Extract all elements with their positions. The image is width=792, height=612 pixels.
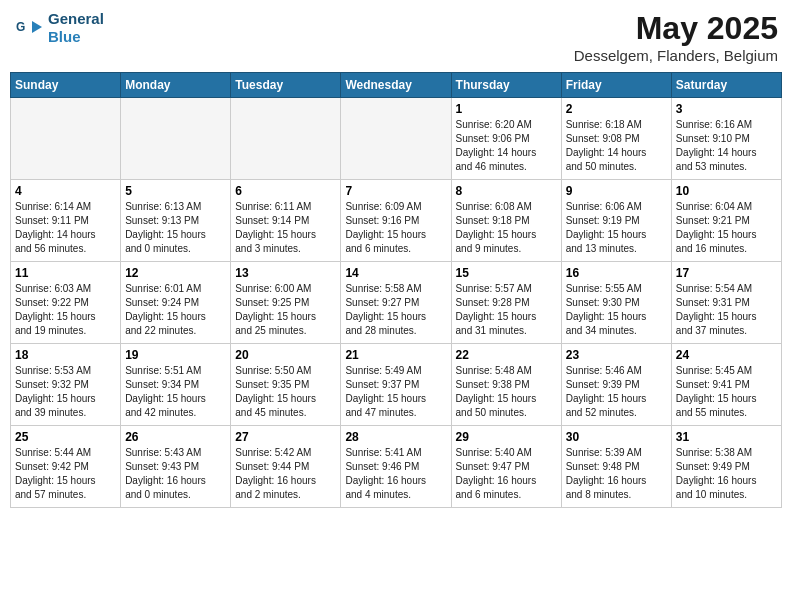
day-info: Sunrise: 6:13 AM Sunset: 9:13 PM Dayligh… [125, 200, 226, 256]
day-info: Sunrise: 6:16 AM Sunset: 9:10 PM Dayligh… [676, 118, 777, 174]
week-row-2: 4Sunrise: 6:14 AM Sunset: 9:11 PM Daylig… [11, 180, 782, 262]
day-info: Sunrise: 5:42 AM Sunset: 9:44 PM Dayligh… [235, 446, 336, 502]
calendar-table: SundayMondayTuesdayWednesdayThursdayFrid… [10, 72, 782, 508]
day-info: Sunrise: 6:18 AM Sunset: 9:08 PM Dayligh… [566, 118, 667, 174]
day-number: 8 [456, 184, 557, 198]
day-info: Sunrise: 5:46 AM Sunset: 9:39 PM Dayligh… [566, 364, 667, 420]
calendar-cell: 4Sunrise: 6:14 AM Sunset: 9:11 PM Daylig… [11, 180, 121, 262]
day-number: 7 [345, 184, 446, 198]
day-info: Sunrise: 6:20 AM Sunset: 9:06 PM Dayligh… [456, 118, 557, 174]
calendar-cell [121, 98, 231, 180]
day-number: 27 [235, 430, 336, 444]
day-number: 4 [15, 184, 116, 198]
day-info: Sunrise: 6:00 AM Sunset: 9:25 PM Dayligh… [235, 282, 336, 338]
day-info: Sunrise: 6:03 AM Sunset: 9:22 PM Dayligh… [15, 282, 116, 338]
calendar-cell: 11Sunrise: 6:03 AM Sunset: 9:22 PM Dayli… [11, 262, 121, 344]
calendar-cell: 1Sunrise: 6:20 AM Sunset: 9:06 PM Daylig… [451, 98, 561, 180]
day-info: Sunrise: 5:50 AM Sunset: 9:35 PM Dayligh… [235, 364, 336, 420]
weekday-header-sunday: Sunday [11, 73, 121, 98]
day-number: 24 [676, 348, 777, 362]
calendar-cell [341, 98, 451, 180]
day-info: Sunrise: 5:39 AM Sunset: 9:48 PM Dayligh… [566, 446, 667, 502]
day-info: Sunrise: 5:44 AM Sunset: 9:42 PM Dayligh… [15, 446, 116, 502]
weekday-header-friday: Friday [561, 73, 671, 98]
day-number: 9 [566, 184, 667, 198]
day-info: Sunrise: 5:43 AM Sunset: 9:43 PM Dayligh… [125, 446, 226, 502]
day-info: Sunrise: 5:40 AM Sunset: 9:47 PM Dayligh… [456, 446, 557, 502]
calendar-cell: 2Sunrise: 6:18 AM Sunset: 9:08 PM Daylig… [561, 98, 671, 180]
calendar-cell: 30Sunrise: 5:39 AM Sunset: 9:48 PM Dayli… [561, 426, 671, 508]
calendar-cell: 3Sunrise: 6:16 AM Sunset: 9:10 PM Daylig… [671, 98, 781, 180]
day-info: Sunrise: 5:48 AM Sunset: 9:38 PM Dayligh… [456, 364, 557, 420]
weekday-header-wednesday: Wednesday [341, 73, 451, 98]
day-number: 22 [456, 348, 557, 362]
logo-icon: G [14, 13, 44, 43]
day-number: 23 [566, 348, 667, 362]
day-info: Sunrise: 5:53 AM Sunset: 9:32 PM Dayligh… [15, 364, 116, 420]
day-number: 17 [676, 266, 777, 280]
calendar-cell: 18Sunrise: 5:53 AM Sunset: 9:32 PM Dayli… [11, 344, 121, 426]
weekday-header-row: SundayMondayTuesdayWednesdayThursdayFrid… [11, 73, 782, 98]
day-info: Sunrise: 5:51 AM Sunset: 9:34 PM Dayligh… [125, 364, 226, 420]
calendar-cell: 31Sunrise: 5:38 AM Sunset: 9:49 PM Dayli… [671, 426, 781, 508]
day-info: Sunrise: 5:58 AM Sunset: 9:27 PM Dayligh… [345, 282, 446, 338]
week-row-5: 25Sunrise: 5:44 AM Sunset: 9:42 PM Dayli… [11, 426, 782, 508]
title-section: May 2025 Desselgem, Flanders, Belgium [574, 10, 778, 64]
calendar-cell: 25Sunrise: 5:44 AM Sunset: 9:42 PM Dayli… [11, 426, 121, 508]
day-info: Sunrise: 5:49 AM Sunset: 9:37 PM Dayligh… [345, 364, 446, 420]
day-number: 25 [15, 430, 116, 444]
day-number: 20 [235, 348, 336, 362]
calendar-cell: 10Sunrise: 6:04 AM Sunset: 9:21 PM Dayli… [671, 180, 781, 262]
day-info: Sunrise: 6:14 AM Sunset: 9:11 PM Dayligh… [15, 200, 116, 256]
calendar-cell: 26Sunrise: 5:43 AM Sunset: 9:43 PM Dayli… [121, 426, 231, 508]
logo-line2: Blue [48, 28, 104, 46]
day-number: 28 [345, 430, 446, 444]
day-info: Sunrise: 5:54 AM Sunset: 9:31 PM Dayligh… [676, 282, 777, 338]
day-number: 31 [676, 430, 777, 444]
day-number: 19 [125, 348, 226, 362]
day-info: Sunrise: 5:45 AM Sunset: 9:41 PM Dayligh… [676, 364, 777, 420]
day-number: 21 [345, 348, 446, 362]
day-info: Sunrise: 6:04 AM Sunset: 9:21 PM Dayligh… [676, 200, 777, 256]
day-number: 18 [15, 348, 116, 362]
calendar-cell: 28Sunrise: 5:41 AM Sunset: 9:46 PM Dayli… [341, 426, 451, 508]
calendar-cell [11, 98, 121, 180]
weekday-header-thursday: Thursday [451, 73, 561, 98]
day-number: 15 [456, 266, 557, 280]
day-number: 30 [566, 430, 667, 444]
calendar-cell: 13Sunrise: 6:00 AM Sunset: 9:25 PM Dayli… [231, 262, 341, 344]
svg-text:G: G [16, 20, 25, 34]
day-number: 5 [125, 184, 226, 198]
calendar-subtitle: Desselgem, Flanders, Belgium [574, 47, 778, 64]
day-info: Sunrise: 5:41 AM Sunset: 9:46 PM Dayligh… [345, 446, 446, 502]
calendar-cell: 12Sunrise: 6:01 AM Sunset: 9:24 PM Dayli… [121, 262, 231, 344]
calendar-cell: 5Sunrise: 6:13 AM Sunset: 9:13 PM Daylig… [121, 180, 231, 262]
day-info: Sunrise: 5:57 AM Sunset: 9:28 PM Dayligh… [456, 282, 557, 338]
calendar-title: May 2025 [574, 10, 778, 47]
calendar-cell: 17Sunrise: 5:54 AM Sunset: 9:31 PM Dayli… [671, 262, 781, 344]
calendar-cell: 20Sunrise: 5:50 AM Sunset: 9:35 PM Dayli… [231, 344, 341, 426]
calendar-cell: 15Sunrise: 5:57 AM Sunset: 9:28 PM Dayli… [451, 262, 561, 344]
day-number: 10 [676, 184, 777, 198]
day-number: 14 [345, 266, 446, 280]
day-info: Sunrise: 6:11 AM Sunset: 9:14 PM Dayligh… [235, 200, 336, 256]
calendar-cell: 16Sunrise: 5:55 AM Sunset: 9:30 PM Dayli… [561, 262, 671, 344]
day-info: Sunrise: 6:06 AM Sunset: 9:19 PM Dayligh… [566, 200, 667, 256]
weekday-header-saturday: Saturday [671, 73, 781, 98]
week-row-1: 1Sunrise: 6:20 AM Sunset: 9:06 PM Daylig… [11, 98, 782, 180]
calendar-cell: 19Sunrise: 5:51 AM Sunset: 9:34 PM Dayli… [121, 344, 231, 426]
week-row-4: 18Sunrise: 5:53 AM Sunset: 9:32 PM Dayli… [11, 344, 782, 426]
day-info: Sunrise: 6:08 AM Sunset: 9:18 PM Dayligh… [456, 200, 557, 256]
calendar-cell: 21Sunrise: 5:49 AM Sunset: 9:37 PM Dayli… [341, 344, 451, 426]
day-number: 11 [15, 266, 116, 280]
day-info: Sunrise: 5:38 AM Sunset: 9:49 PM Dayligh… [676, 446, 777, 502]
calendar-cell: 9Sunrise: 6:06 AM Sunset: 9:19 PM Daylig… [561, 180, 671, 262]
weekday-header-tuesday: Tuesday [231, 73, 341, 98]
calendar-cell: 8Sunrise: 6:08 AM Sunset: 9:18 PM Daylig… [451, 180, 561, 262]
calendar-cell [231, 98, 341, 180]
day-number: 12 [125, 266, 226, 280]
day-number: 1 [456, 102, 557, 116]
logo: G General Blue [14, 10, 104, 46]
day-info: Sunrise: 6:01 AM Sunset: 9:24 PM Dayligh… [125, 282, 226, 338]
day-number: 3 [676, 102, 777, 116]
